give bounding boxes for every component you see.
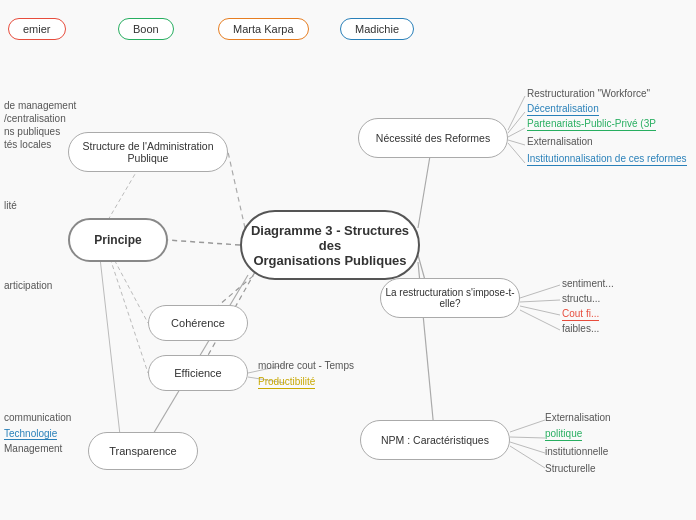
svg-line-20 xyxy=(520,300,560,302)
label-centralisation: /centralisation xyxy=(4,113,66,124)
central-node-label: Diagramme 3 - Structures des Organisatio… xyxy=(242,223,418,268)
user-tag-martakarpa[interactable]: Marta Karpa xyxy=(218,18,309,40)
coherence-label: Cohérence xyxy=(171,317,225,329)
efficience-label: Efficience xyxy=(174,367,222,379)
restructuration-item-1: structu... xyxy=(562,293,600,304)
transparence-node[interactable]: Transparence xyxy=(88,432,198,470)
npm-item-3: Structurelle xyxy=(545,463,596,474)
svg-line-14 xyxy=(508,128,525,137)
user-tag-madichie[interactable]: Madichie xyxy=(340,18,414,40)
restructuration-label: La restructuration s'impose-t-elle? xyxy=(381,287,519,309)
transparence-label: Transparence xyxy=(109,445,176,457)
svg-line-19 xyxy=(520,285,560,298)
user-tag-emier[interactable]: emier xyxy=(8,18,66,40)
restructuration-node[interactable]: La restructuration s'impose-t-elle? xyxy=(380,278,520,318)
label-technologie: Technologie xyxy=(4,428,57,439)
svg-line-11 xyxy=(100,258,120,435)
npm-node[interactable]: NPM : Caractéristiques xyxy=(360,420,510,460)
svg-line-10 xyxy=(108,252,148,373)
svg-line-13 xyxy=(508,112,525,133)
label-participation: articipation xyxy=(4,280,52,291)
efficience-node[interactable]: Efficience xyxy=(148,355,248,391)
restructuration-item-3: faibles... xyxy=(562,323,599,334)
label-communes: tés locales xyxy=(4,139,51,150)
necessite-node[interactable]: Nécessité des Reformes xyxy=(358,118,508,158)
svg-line-0 xyxy=(168,240,240,245)
npm-item-2: institutionnelle xyxy=(545,446,608,457)
svg-line-22 xyxy=(520,310,560,330)
svg-line-24 xyxy=(510,437,545,438)
principe-node[interactable]: Principe xyxy=(68,218,168,262)
label-communication: communication xyxy=(4,412,71,423)
principe-label: Principe xyxy=(94,233,141,247)
mind-map-canvas: emier Boon Marta Karpa Madichie Diagramm… xyxy=(0,0,696,520)
svg-line-26 xyxy=(510,446,545,468)
label-management: de management xyxy=(4,100,76,111)
necessite-item-0: Restructuration "Workforce" xyxy=(527,88,650,99)
label-ns-publiques: ns publiques xyxy=(4,126,60,137)
svg-line-15 xyxy=(508,140,525,145)
label-legalite: lité xyxy=(4,200,17,211)
necessite-item-3: Externalisation xyxy=(527,136,593,147)
necessite-item-2: Partenariats-Public-Privé (3P xyxy=(527,118,656,131)
npm-item-0: Externalisation xyxy=(545,412,611,423)
efficience-item-0: moindre cout - Temps xyxy=(258,360,354,371)
restructuration-item-0: sentiment... xyxy=(562,278,614,289)
svg-line-16 xyxy=(508,143,525,163)
central-node[interactable]: Diagramme 3 - Structures des Organisatio… xyxy=(240,210,420,280)
label-management2: Management xyxy=(4,443,62,454)
svg-line-12 xyxy=(508,96,525,130)
coherence-node[interactable]: Cohérence xyxy=(148,305,248,341)
structure-node[interactable]: Structure de l'Administration Publique xyxy=(68,132,228,172)
npm-item-1: politique xyxy=(545,428,582,441)
npm-label: NPM : Caractéristiques xyxy=(381,434,489,446)
necessite-item-4: Institutionnalisation de ces reformes xyxy=(527,153,687,166)
svg-line-21 xyxy=(520,306,560,315)
necessite-item-1: Décentralisation xyxy=(527,103,599,116)
user-tag-boon[interactable]: Boon xyxy=(118,18,174,40)
svg-line-25 xyxy=(510,442,545,453)
svg-line-23 xyxy=(510,420,545,432)
necessite-label: Nécessité des Reformes xyxy=(376,132,490,144)
efficience-item-1: Productibilité xyxy=(258,376,315,389)
structure-label: Structure de l'Administration Publique xyxy=(69,140,227,164)
restructuration-item-2: Cout fi... xyxy=(562,308,599,321)
svg-line-1 xyxy=(228,152,245,228)
